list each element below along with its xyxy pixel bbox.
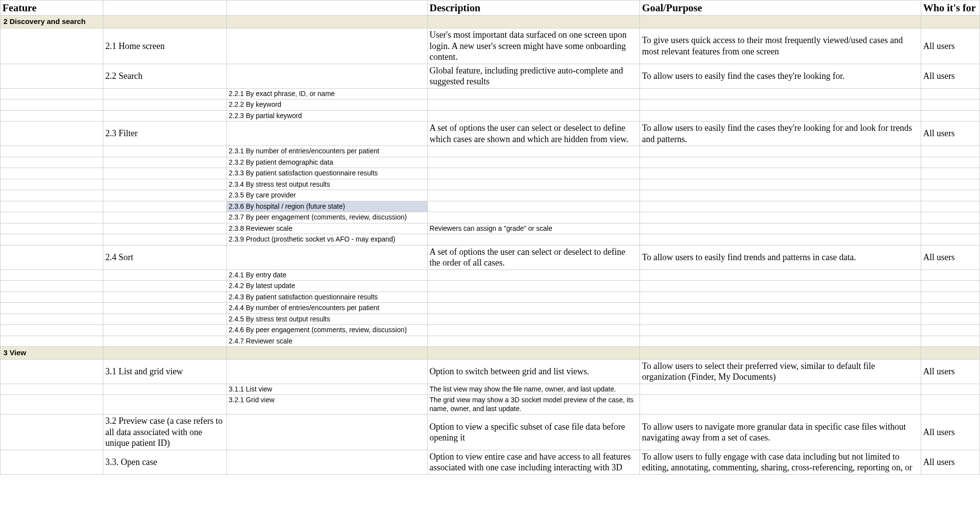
cell-blank [921,190,980,201]
cell-blank [0,122,103,146]
cell-blank [0,88,103,99]
sub-description [427,146,640,157]
cell-blank [0,99,103,111]
feature-name: 2.4 Sort [103,245,226,269]
feature-name: 2.1 Home screen [103,28,226,64]
cell-blank [0,110,103,122]
cell-blank [0,201,103,212]
cell-blank [640,88,921,99]
cell-blank [0,303,103,314]
feature-table: Feature Description Goal/Purpose Who it'… [0,0,980,475]
sub-feature: 2.4.6 By peer engagement (comments, revi… [226,325,427,336]
table-row: 3.1 List and grid viewOption to switch b… [0,359,980,384]
header-row: Feature Description Goal/Purpose Who it'… [0,0,980,16]
sub-description [427,201,640,212]
sub-description [427,281,640,292]
sub-feature: 2.4.7 Reviewer scale [226,336,427,347]
cell-blank [226,64,427,88]
cell-blank [103,336,226,347]
table-row: 2.4.7 Reviewer scale [0,336,980,347]
sub-description [427,336,640,347]
feature-description: A set of options the user can select or … [427,122,640,146]
cell-blank [0,157,103,168]
cell-blank [103,314,226,325]
cell-blank [103,281,226,292]
table-row: 2.3 FilterA set of options the user can … [0,122,980,146]
sub-description [427,179,640,190]
sub-feature: 2.3.6 By hospital / region (future state… [226,201,427,212]
cell-blank [103,110,226,122]
table-row: 2.4 SortA set of options the user can se… [0,245,980,269]
sub-description [427,234,640,245]
feature-goal: To give users quick access to their most… [640,28,921,64]
feature-who: All users [921,414,980,450]
sub-feature: 2.4.1 By entry date [226,269,427,281]
section-blank [640,16,921,28]
cell-blank [640,212,921,223]
sub-feature: 2.3.8 Reviewer scale [226,223,427,234]
sub-description: The grid view may show a 3D socket model… [427,395,640,414]
section-blank [427,16,640,28]
sub-feature: 2.4.2 By latest update [226,281,427,292]
sub-description [427,168,640,179]
cell-blank [640,157,921,168]
sub-description: Reviewers can assign a "grade" or scale [427,223,640,234]
cell-blank [0,179,103,190]
feature-who: All users [921,359,980,384]
sub-feature: 2.4.3 By patient satisfaction questionna… [226,292,427,303]
cell-blank [921,201,980,212]
cell-blank [921,146,980,157]
feature-description: Option to view a specific subset of case… [427,414,640,450]
sub-description [427,212,640,223]
cell-blank [103,269,226,281]
cell-blank [0,146,103,157]
table-row: 2.4.4 By number of entries/encounters pe… [0,303,980,314]
header-blank-1 [103,0,226,16]
cell-blank [103,303,226,314]
sub-description [427,88,640,99]
feature-name: 3.2 Preview case (a case refers to all d… [103,414,226,450]
table-row: 3.3. Open caseOption to view entire case… [0,450,980,474]
sub-feature: 2.2.2 By keyword [226,99,427,111]
cell-blank [640,314,921,325]
sub-feature: 2.3.7 By peer engagement (comments, revi… [226,212,427,223]
table-row: 2.3.6 By hospital / region (future state… [0,201,980,212]
cell-blank [921,110,980,122]
cell-blank [640,110,921,122]
feature-name: 2.2 Search [103,64,226,88]
cell-blank [0,28,103,64]
cell-blank [921,281,980,292]
sub-feature: 2.2.1 By exact phrase, ID, or name [226,88,427,99]
cell-blank [0,64,103,88]
table-row: 2.3.4 By stress test output results [0,179,980,190]
feature-who: All users [921,245,980,269]
table-row: 2.2.2 By keyword [0,99,980,111]
cell-blank [921,179,980,190]
cell-blank [640,325,921,336]
cell-blank [640,384,921,395]
cell-blank [640,99,921,111]
cell-blank [0,314,103,325]
table-row: 3.1.1 List viewThe list view may show th… [0,384,980,395]
cell-blank [226,28,427,64]
sub-description [427,110,640,122]
cell-blank [921,292,980,303]
sub-description [427,190,640,201]
cell-blank [921,157,980,168]
feature-description: Option to switch between grid and list v… [427,359,640,384]
sub-description [427,157,640,168]
sub-description [427,269,640,281]
cell-blank [103,212,226,223]
table-row: 2.3.2 By patient demographic data [0,157,980,168]
cell-blank [103,99,226,111]
cell-blank [103,157,226,168]
table-row: 2.2.1 By exact phrase, ID, or name [0,88,980,99]
feature-description: Option to view entire case and have acce… [427,450,640,474]
header-description: Description [427,0,640,16]
cell-blank [921,384,980,395]
table-row: 2.3.8 Reviewer scaleReviewers can assign… [0,223,980,234]
cell-blank [226,122,427,146]
table-row: 2.1 Home screenUser's most important dat… [0,28,980,64]
section-blank [921,347,980,360]
cell-blank [0,281,103,292]
